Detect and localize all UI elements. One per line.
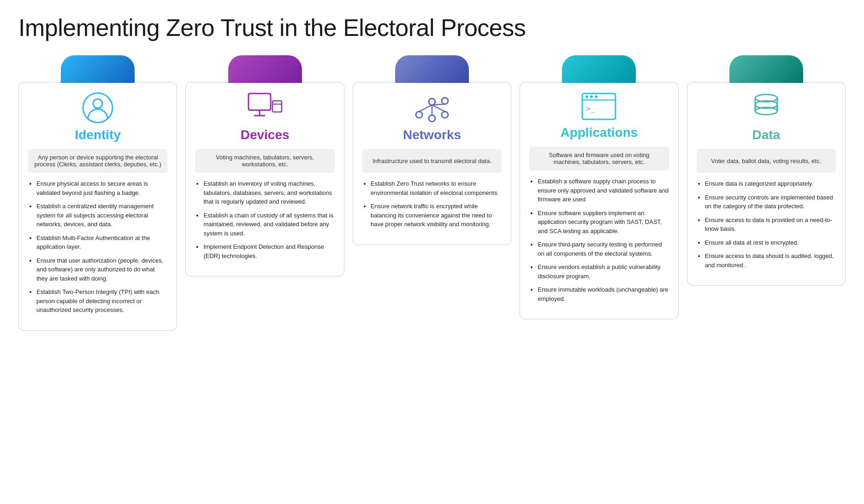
tab-devices: [228, 55, 302, 83]
list-item: Ensure all data at rest is encrypted.: [705, 238, 836, 247]
svg-line-14: [432, 105, 445, 111]
card-applications: >_ ApplicationsSoftware and firmware use…: [520, 82, 678, 319]
tab-applications: [562, 55, 636, 83]
svg-point-9: [429, 115, 435, 122]
list-item: Establish a chain of custody of all syst…: [203, 211, 334, 238]
list-item: Establish Zero Trust networks to ensure …: [371, 179, 502, 197]
svg-text:>_: >_: [586, 104, 595, 113]
person-icon: [28, 92, 167, 124]
svg-point-10: [442, 111, 448, 118]
devices-bullets: Establish an inventory of voting machine…: [195, 179, 334, 260]
list-item: Establish a centralized identity managem…: [36, 202, 167, 229]
column-identity: IdentityAny person or device supporting …: [18, 55, 177, 331]
list-item: Establish Multi-Factor Authentication at…: [36, 234, 167, 252]
list-item: Establish an inventory of voting machine…: [203, 179, 334, 206]
identity-bullets: Ensure physical access to secure areas i…: [28, 179, 167, 315]
columns-container: IdentityAny person or device supporting …: [18, 55, 846, 331]
column-data: DataVoter data, ballot data, voting resu…: [687, 55, 846, 286]
page-title: Implementing Zero Trust in the Electoral…: [18, 14, 846, 41]
card-networks: NetworksInfrastructure used to transmit …: [353, 82, 511, 245]
list-item: Ensure third-party security testing is p…: [538, 240, 669, 258]
list-item: Ensure immutable workloads (unchangeable…: [538, 285, 669, 303]
terminal-icon: >_: [529, 92, 669, 122]
applications-bullets: Establish a software supply chain proces…: [529, 177, 669, 303]
tab-data: [729, 55, 803, 83]
monitor-icon: [195, 92, 334, 124]
svg-point-18: [586, 95, 588, 98]
networks-bullets: Establish Zero Trust networks to ensure …: [362, 179, 502, 229]
column-applications: >_ ApplicationsSoftware and firmware use…: [520, 55, 678, 319]
svg-point-19: [590, 95, 593, 98]
svg-line-12: [419, 105, 432, 111]
svg-point-20: [595, 95, 598, 98]
svg-point-1: [93, 99, 102, 108]
list-item: Establish a software supply chain proces…: [538, 177, 669, 204]
database-icon: [697, 92, 836, 124]
applications-description: Software and firmware used on voting mac…: [529, 147, 669, 170]
svg-rect-5: [272, 101, 282, 112]
list-item: Ensure software suppliers implement an a…: [538, 209, 669, 236]
devices-title: Devices: [195, 128, 334, 142]
networks-description: Infrastructure used to transmit electora…: [362, 149, 502, 173]
column-networks: NetworksInfrastructure used to transmit …: [353, 55, 511, 245]
svg-point-8: [416, 111, 422, 118]
list-item: Implement Endpoint Detection and Respons…: [203, 242, 334, 260]
list-item: Ensure access to data is provided on a n…: [705, 216, 836, 234]
devices-description: Voting machines, tabulators, servers, wo…: [195, 149, 334, 173]
svg-rect-2: [249, 94, 271, 110]
column-devices: DevicesVoting machines, tabulators, serv…: [185, 55, 344, 276]
identity-description: Any person or device supporting the elec…: [28, 149, 167, 173]
tab-networks: [395, 55, 469, 83]
networks-title: Networks: [362, 128, 502, 142]
list-item: Ensure vendors establish a public vulner…: [538, 263, 669, 281]
data-bullets: Ensure data is categorized appropriately…: [697, 179, 836, 270]
list-item: Ensure security controls are implemented…: [705, 193, 836, 211]
svg-point-11: [442, 98, 448, 104]
applications-title: Applications: [529, 125, 669, 140]
data-description: Voter data, ballot data, voting results,…: [697, 149, 836, 173]
list-item: Ensure data is categorized appropriately…: [705, 179, 836, 188]
list-item: Ensure that user authorization (people, …: [36, 256, 167, 283]
card-data: DataVoter data, ballot data, voting resu…: [687, 82, 846, 286]
list-item: Ensure access to data should is audited,…: [705, 252, 836, 270]
list-item: Ensure network traffic is encrypted whil…: [371, 202, 502, 229]
list-item: Ensure physical access to secure areas i…: [36, 179, 167, 197]
card-devices: DevicesVoting machines, tabulators, serv…: [185, 82, 344, 276]
card-identity: IdentityAny person or device supporting …: [18, 82, 177, 331]
list-item: Establish Two-Person Integrity (TPI) wit…: [36, 287, 167, 315]
identity-title: Identity: [28, 128, 167, 142]
tab-identity: [61, 55, 135, 83]
data-title: Data: [697, 128, 836, 142]
svg-point-7: [429, 99, 435, 105]
network-icon: [362, 92, 502, 124]
